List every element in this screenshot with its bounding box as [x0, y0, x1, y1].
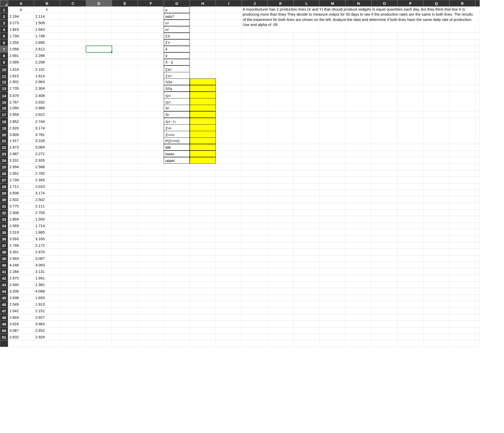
cell-H52[interactable]	[190, 340, 216, 347]
cell-F50[interactable]	[138, 327, 164, 334]
cell-J47[interactable]	[242, 308, 268, 314]
cell-B49[interactable]: 3.563	[34, 321, 60, 327]
col-header-H[interactable]: H	[190, 0, 216, 7]
cell-D9[interactable]	[86, 59, 112, 65]
cell-J50[interactable]	[242, 327, 268, 334]
cell-G12[interactable]: SSx	[164, 79, 190, 85]
cell-Q38[interactable]	[423, 249, 449, 255]
row-header-17[interactable]: 17	[0, 111, 8, 118]
cell-K29[interactable]	[268, 190, 294, 196]
cell-L21[interactable]	[294, 137, 320, 144]
cell-H35[interactable]	[190, 229, 216, 236]
cell-A34[interactable]: 2.569	[8, 223, 34, 229]
cell-J27[interactable]	[242, 177, 268, 183]
cell-E1[interactable]	[112, 7, 138, 13]
cell-P13[interactable]	[397, 85, 423, 92]
cell-M44[interactable]	[320, 288, 345, 295]
cell-C42[interactable]	[60, 275, 86, 281]
cell-F4[interactable]	[138, 26, 164, 33]
cell-J5[interactable]	[242, 33, 268, 39]
cell-K13[interactable]	[268, 85, 294, 92]
cell-E25[interactable]	[112, 164, 138, 170]
cell-J52[interactable]	[242, 340, 268, 347]
cell-E23[interactable]	[112, 151, 138, 157]
cell-I34[interactable]	[216, 223, 242, 229]
cell-H5[interactable]	[190, 33, 216, 39]
cell-M32[interactable]	[320, 209, 345, 216]
cell-H30[interactable]	[190, 196, 216, 203]
cell-P36[interactable]	[397, 236, 423, 242]
cell-N46[interactable]	[345, 301, 371, 308]
cell-N28[interactable]	[345, 183, 371, 190]
cell-E37[interactable]	[112, 242, 138, 249]
cell-F52[interactable]	[138, 340, 164, 347]
cell-I27[interactable]	[216, 177, 242, 183]
cell-Q29[interactable]	[423, 190, 449, 196]
cell-H16[interactable]	[190, 105, 216, 111]
cell-E40[interactable]	[112, 262, 138, 268]
cell-G36[interactable]	[164, 236, 190, 242]
cell-D7[interactable]	[86, 46, 112, 52]
cell-L36[interactable]	[294, 236, 320, 242]
cell-C43[interactable]	[60, 281, 86, 288]
cell-P43[interactable]	[397, 281, 423, 288]
cell-C5[interactable]	[60, 33, 86, 39]
cell-L33[interactable]	[294, 216, 320, 223]
cell-I7[interactable]	[216, 46, 242, 52]
cell-M35[interactable]	[320, 229, 345, 236]
cell-G6[interactable]: ΣY	[164, 39, 190, 46]
cell-F33[interactable]	[138, 216, 164, 223]
cell-D40[interactable]	[86, 262, 112, 268]
cell-B27[interactable]: 2.345	[34, 177, 60, 183]
cell-M34[interactable]	[320, 223, 345, 229]
cell-M47[interactable]	[320, 308, 345, 314]
cell-G48[interactable]	[164, 314, 190, 321]
cell-D52[interactable]	[86, 340, 112, 347]
cell-I28[interactable]	[216, 183, 242, 190]
cell-P37[interactable]	[397, 242, 423, 249]
cell-M26[interactable]	[320, 170, 345, 177]
cell-F17[interactable]	[138, 111, 164, 118]
cell-Q25[interactable]	[423, 164, 449, 170]
cell-H25[interactable]	[190, 164, 216, 170]
cell-B35[interactable]: 1.865	[34, 229, 60, 236]
cell-R27[interactable]	[449, 177, 475, 183]
cell-H51[interactable]	[190, 334, 216, 340]
cell-F1[interactable]	[138, 7, 164, 13]
cell-C34[interactable]	[60, 223, 86, 229]
cell-E3[interactable]	[112, 20, 138, 26]
cell-B43[interactable]: 1.381	[34, 281, 60, 288]
cell-H26[interactable]	[190, 170, 216, 177]
row-header-37[interactable]: 37	[0, 242, 8, 249]
cell-Q5[interactable]	[423, 33, 449, 39]
cell-M43[interactable]	[320, 281, 345, 288]
cell-A49[interactable]: 3.924	[8, 321, 34, 327]
cell-J43[interactable]	[242, 281, 268, 288]
cell-G34[interactable]	[164, 223, 190, 229]
cell-L7[interactable]	[294, 46, 320, 52]
cell-B9[interactable]: 2.268	[34, 59, 60, 65]
cell-B3[interactable]: 1.505	[34, 20, 60, 26]
cell-N16[interactable]	[345, 105, 371, 111]
cell-Q41[interactable]	[423, 268, 449, 275]
cell-O29[interactable]	[371, 190, 397, 196]
cell-N44[interactable]	[345, 288, 371, 295]
cell-B40[interactable]: 3.093	[34, 262, 60, 268]
row-header-33[interactable]: 33	[0, 216, 8, 223]
cell-J30[interactable]	[242, 196, 268, 203]
cell-J24[interactable]	[242, 157, 268, 164]
cell-L31[interactable]	[294, 203, 320, 209]
row-header-45[interactable]: 45	[0, 295, 8, 301]
cell-A47[interactable]: 1.542	[8, 308, 34, 314]
cell-D25[interactable]	[86, 164, 112, 170]
cell-D48[interactable]	[86, 314, 112, 321]
cell-A37[interactable]: 2.748	[8, 242, 34, 249]
cell-J51[interactable]	[242, 334, 268, 340]
row-header-4[interactable]: 4	[0, 26, 8, 33]
cell-K41[interactable]	[268, 268, 294, 275]
row-header-3[interactable]: 3	[0, 20, 8, 26]
cell-C23[interactable]	[60, 151, 86, 157]
cell-N35[interactable]	[345, 229, 371, 236]
cell-G17[interactable]: Sy	[164, 111, 190, 118]
cell-F9[interactable]	[138, 59, 164, 65]
